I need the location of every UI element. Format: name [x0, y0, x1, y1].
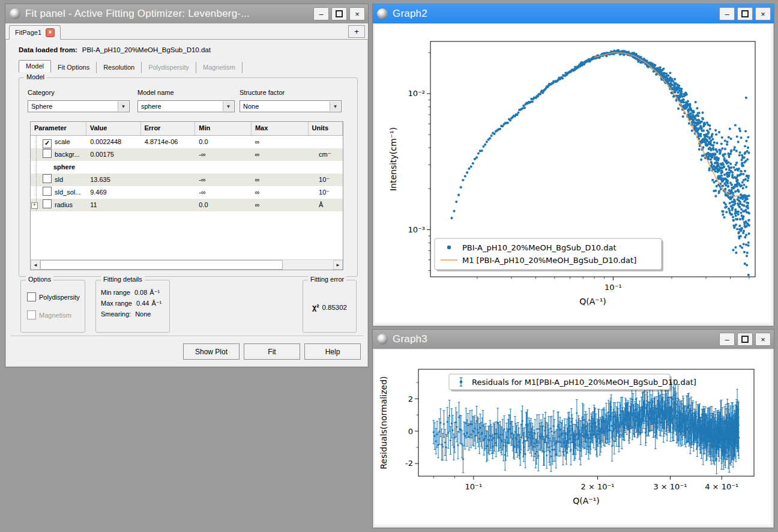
- parameter-cell: sld: [31, 174, 86, 186]
- chevron-down-icon: ▼: [223, 101, 234, 111]
- max-cell[interactable]: ∞: [252, 148, 308, 161]
- table-row-sldsol[interactable]: sld_sol...9.469-∞∞10⁻: [31, 186, 343, 199]
- svg-text:10⁻¹: 10⁻¹: [465, 482, 483, 491]
- param-checkbox-radius[interactable]: [43, 199, 52, 208]
- tab-close-icon[interactable]: ×: [46, 28, 55, 37]
- param-checkbox-backgr[interactable]: [43, 149, 52, 158]
- add-tab-button[interactable]: +: [348, 25, 365, 38]
- parameter-table-header: ParameterValueErrorMinMaxUnits: [31, 122, 343, 136]
- minimize-button[interactable]: –: [719, 7, 735, 20]
- tree-line: [36, 136, 37, 148]
- param-checkbox-sldsol[interactable]: [43, 187, 52, 196]
- graph2-title: Graph2: [393, 8, 717, 20]
- polydispersity-checkbox-row[interactable]: Polydispersity: [27, 292, 80, 301]
- value-cell[interactable]: 9.469: [86, 186, 141, 199]
- value-cell[interactable]: 0.00175: [86, 148, 141, 161]
- column-header-error[interactable]: Error: [141, 122, 196, 135]
- min-cell[interactable]: -∞: [195, 148, 251, 161]
- expand-icon[interactable]: +: [31, 202, 38, 209]
- polydispersity-checkbox[interactable]: [27, 292, 36, 301]
- max-cell[interactable]: ∞: [252, 186, 308, 199]
- help-button[interactable]: Help: [304, 343, 361, 360]
- structure-factor-select[interactable]: None ▼: [240, 100, 342, 112]
- min-cell[interactable]: 0.0: [195, 199, 251, 211]
- category-value: Sphere: [31, 103, 52, 110]
- table-row-radius[interactable]: +radius110.0∞Å: [31, 199, 343, 211]
- column-header-min[interactable]: Min: [195, 122, 252, 135]
- tab-resolution[interactable]: Resolution: [97, 62, 142, 73]
- column-header-value[interactable]: Value: [86, 122, 141, 135]
- units-cell[interactable]: cm⁻: [308, 148, 343, 161]
- param-checkbox-scale[interactable]: ✓: [43, 139, 52, 148]
- parameter-cell: +radius: [31, 199, 86, 211]
- minimize-button[interactable]: –: [313, 7, 329, 20]
- svg-text:3 × 10⁻¹: 3 × 10⁻¹: [653, 482, 687, 491]
- scroll-left-icon[interactable]: ◄: [31, 260, 40, 270]
- magnetism-label: Magnetism: [39, 312, 71, 319]
- maximize-button[interactable]: [737, 7, 753, 20]
- value-cell[interactable]: 13.635: [86, 174, 141, 186]
- options-groupbox-label: Options: [26, 276, 53, 283]
- min-cell[interactable]: -∞: [195, 186, 251, 199]
- table-row-scale[interactable]: ✓scale0.00224484.8714e-060.0∞: [31, 136, 343, 148]
- fit-button[interactable]: Fit: [244, 343, 300, 360]
- param-name: sld_sol...: [55, 189, 80, 196]
- maximize-button[interactable]: [331, 7, 347, 20]
- horizontal-scrollbar[interactable]: ◄ ►: [31, 259, 343, 270]
- column-header-parameter[interactable]: Parameter: [31, 122, 86, 135]
- max-range-line: Max range0.44Å⁻¹: [101, 300, 169, 307]
- table-row-sld[interactable]: sld13.635-∞∞10⁻: [31, 174, 343, 186]
- close-button[interactable]: ×: [349, 7, 365, 20]
- tab-fitpage1-label: FitPage1: [15, 29, 41, 36]
- max-cell[interactable]: ∞: [252, 174, 308, 186]
- column-header-units[interactable]: Units: [309, 122, 343, 135]
- svg-text:2 × 10⁻¹: 2 × 10⁻¹: [581, 482, 615, 491]
- value-cell[interactable]: 11: [86, 199, 141, 211]
- error-cell[interactable]: [141, 148, 196, 161]
- value-cell[interactable]: 0.0022448: [86, 136, 141, 148]
- column-header-max[interactable]: Max: [252, 122, 309, 135]
- units-cell[interactable]: 10⁻: [308, 174, 343, 186]
- scrollbar-thumb[interactable]: [40, 260, 283, 270]
- error-cell[interactable]: [141, 186, 196, 199]
- structure-factor-value: None: [243, 103, 259, 110]
- tab-model[interactable]: Model: [19, 60, 51, 73]
- selector-row: Category Sphere ▼ Model name sphere ▼ St…: [28, 89, 351, 112]
- param-name: scale: [55, 138, 70, 145]
- error-cell[interactable]: [141, 199, 196, 211]
- close-button[interactable]: ×: [755, 7, 771, 20]
- maximize-button[interactable]: [737, 333, 753, 346]
- error-cell[interactable]: 4.8714e-06: [141, 136, 196, 148]
- min-cell[interactable]: 0.0: [195, 136, 251, 148]
- units-cell[interactable]: Å: [308, 199, 343, 211]
- units-cell[interactable]: [308, 136, 343, 148]
- fit-panel-titlebar[interactable]: Fit panel - Active Fitting Optimizer: Le…: [5, 4, 368, 23]
- tab-fit-options[interactable]: Fit Options: [51, 62, 97, 73]
- model-name-select[interactable]: sphere ▼: [137, 100, 235, 112]
- chi-squared-readout: χ²0.85302: [303, 303, 356, 312]
- error-cell[interactable]: [141, 174, 196, 186]
- min-cell[interactable]: -∞: [195, 174, 251, 186]
- max-cell[interactable]: ∞: [252, 136, 308, 148]
- show-plot-button[interactable]: Show Plot: [183, 343, 240, 360]
- smearing-line: Smearing:None: [101, 310, 169, 318]
- scrollbar-track[interactable]: [283, 260, 333, 270]
- graph3-titlebar[interactable]: Graph3 – ×: [373, 330, 774, 349]
- units-cell[interactable]: 10⁻: [308, 186, 343, 199]
- options-groupbox: Options Polydispersity Magnetism: [20, 280, 85, 333]
- tab-fitpage1[interactable]: FitPage1 ×: [9, 25, 61, 40]
- minimize-button[interactable]: –: [719, 333, 735, 346]
- scroll-right-icon[interactable]: ►: [333, 260, 343, 270]
- graph2-titlebar[interactable]: Graph2 – ×: [373, 4, 774, 23]
- param-name: sld: [55, 176, 63, 183]
- close-button[interactable]: ×: [755, 333, 771, 346]
- parameter-cell: sphere: [31, 161, 89, 174]
- param-name: radius: [55, 201, 73, 208]
- max-range-value: 0.44: [136, 300, 149, 307]
- category-select[interactable]: Sphere ▼: [28, 100, 130, 112]
- max-cell[interactable]: ∞: [252, 199, 308, 211]
- data-loaded-line: Data loaded from:PBI-A_pH10_20%MeOH_BgSu…: [19, 46, 211, 53]
- param-checkbox-sld[interactable]: [43, 174, 52, 183]
- table-row-sphere[interactable]: sphere: [31, 161, 343, 174]
- table-row-backgr[interactable]: backgr...0.00175-∞∞cm⁻: [31, 148, 343, 161]
